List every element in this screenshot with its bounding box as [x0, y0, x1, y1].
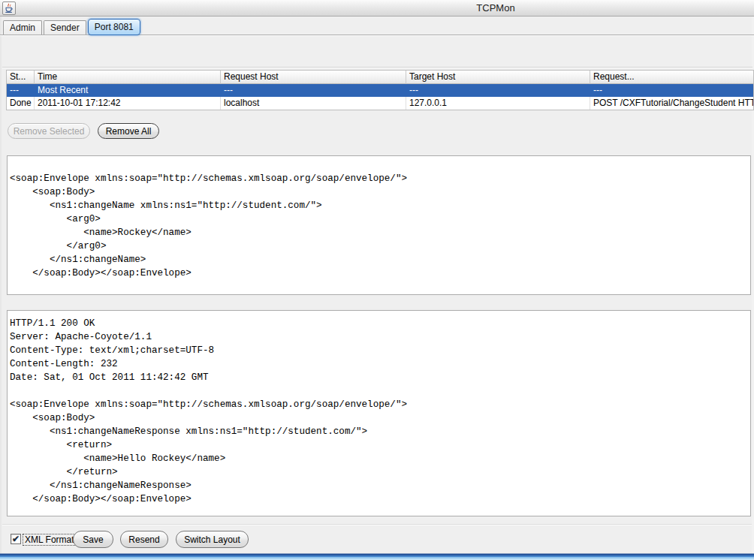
request-text-area[interactable]: <soap:Envelope xmlns:soap="http://schema… [7, 155, 751, 295]
tab-port-8081[interactable]: Port 8081 [88, 19, 140, 35]
remove-all-button[interactable]: Remove All [98, 123, 159, 139]
cell-time: Most Recent [35, 84, 221, 97]
table-row-most-recent[interactable]: --- Most Recent --- --- --- [7, 84, 753, 97]
cell-target-host: --- [406, 84, 590, 97]
column-header-state[interactable]: St... [7, 71, 35, 84]
tcpmon-window: TCPMon Admin Sender Port 8081 Stop Liste… [0, 0, 754, 560]
response-text-area[interactable]: HTTP/1.1 200 OK Server: Apache-Coyote/1.… [7, 310, 751, 516]
tab-admin[interactable]: Admin [3, 20, 42, 35]
tab-strip: Admin Sender Port 8081 [0, 17, 754, 35]
toolbar-separator [2, 67, 752, 68]
cell-request-host: localhost [221, 97, 406, 110]
window-left-border [0, 17, 2, 553]
cell-request: POST /CXFTutorial/ChangeStudent HTTP/1.1 [590, 97, 753, 110]
cell-state: Done [7, 97, 35, 110]
system-menu-button[interactable] [2, 2, 16, 15]
table-row-done[interactable]: Done 2011-10-01 17:12:42 localhost 127.0… [7, 97, 753, 110]
column-header-request-host[interactable]: Request Host [221, 71, 406, 84]
window-bottom-border [0, 553, 754, 560]
cell-request: --- [590, 84, 753, 97]
switch-layout-button[interactable]: Switch Layout [176, 531, 249, 548]
bottom-separator [2, 525, 752, 525]
connection-toolbar: Stop Listen Port: Host: Port: ✔ Proxy [0, 35, 754, 67]
xml-format-checkbox[interactable]: ✔ [11, 534, 21, 544]
xml-format-label: XML Format [23, 534, 76, 545]
title-bar: TCPMon [0, 0, 754, 17]
resend-button[interactable]: Resend [120, 531, 168, 548]
window-title: TCPMon [476, 2, 514, 14]
save-button[interactable]: Save [73, 531, 113, 548]
cell-request-host: --- [221, 84, 406, 97]
tab-sender[interactable]: Sender [44, 20, 86, 35]
cell-state: --- [7, 84, 35, 97]
check-icon: ✔ [12, 534, 20, 543]
column-header-time[interactable]: Time [35, 71, 221, 84]
cell-target-host: 127.0.0.1 [406, 97, 590, 110]
column-header-request[interactable]: Request... [590, 71, 753, 84]
requests-table: St... Time Request Host Target Host Requ… [6, 70, 754, 110]
remove-selected-button[interactable]: Remove Selected [8, 123, 90, 139]
java-cup-icon [4, 3, 14, 14]
table-header-row: St... Time Request Host Target Host Requ… [7, 71, 753, 84]
cell-time: 2011-10-01 17:12:42 [35, 97, 221, 110]
column-header-target-host[interactable]: Target Host [406, 71, 590, 84]
